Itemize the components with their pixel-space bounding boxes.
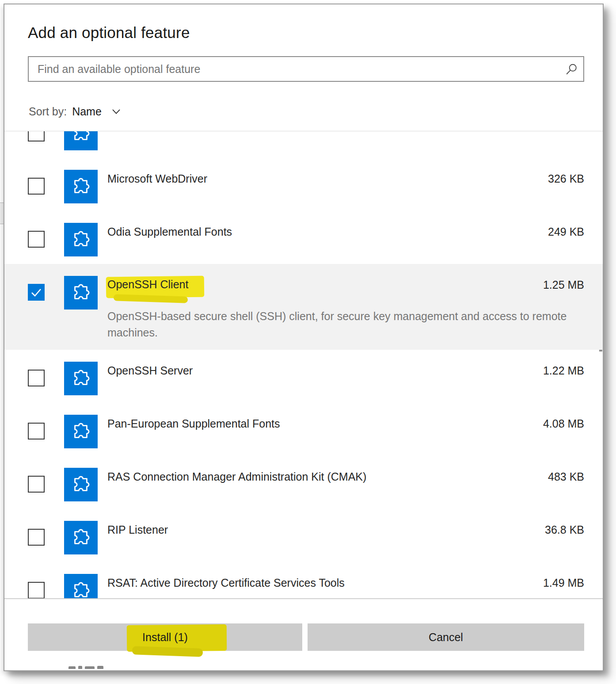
dialog-title: Add an optional feature	[28, 24, 190, 42]
feature-row[interactable]	[4, 131, 603, 170]
feature-checkbox[interactable]	[28, 284, 45, 301]
feature-name: OpenSSH Client	[107, 278, 188, 291]
puzzle-icon	[64, 362, 98, 395]
cancel-button-label: Cancel	[429, 631, 463, 644]
feature-row[interactable]: RSAT: Active Directory Certificate Servi…	[4, 574, 603, 599]
search-input[interactable]	[29, 57, 583, 81]
puzzle-icon	[64, 468, 98, 501]
sort-by-control[interactable]: Sort by:Name	[29, 105, 121, 118]
sort-by-label: Sort by:	[29, 105, 67, 118]
feature-checkbox[interactable]	[28, 423, 45, 439]
feature-checkbox[interactable]	[28, 131, 45, 141]
feature-size: 1.49 MB	[543, 577, 584, 589]
feature-row[interactable]: Pan-European Supplemental Fonts 4.08 MB	[4, 415, 603, 468]
puzzle-icon	[64, 223, 98, 256]
sort-by-value[interactable]: Name	[72, 105, 102, 118]
install-button-label: Install (1)	[142, 631, 188, 644]
puzzle-icon	[64, 415, 98, 448]
feature-name: Microsoft WebDriver	[107, 172, 207, 185]
feature-name: RAS Connection Manager Administration Ki…	[107, 470, 366, 483]
feature-name: RSAT: Active Directory Certificate Servi…	[107, 577, 345, 589]
feature-checkbox[interactable]	[28, 370, 45, 386]
feature-name: RIP Listener	[107, 524, 168, 536]
puzzle-icon	[64, 521, 98, 554]
feature-row[interactable]: RIP Listener 36.8 KB	[4, 521, 603, 574]
feature-description: OpenSSH-based secure shell (SSH) client,…	[107, 308, 569, 341]
puzzle-icon	[64, 170, 98, 203]
clipped-text-artifact	[68, 666, 103, 669]
puzzle-icon	[64, 574, 98, 599]
feature-checkbox[interactable]	[28, 178, 45, 195]
feature-row[interactable]: OpenSSH Client 1.25 MB OpenSSH-based sec…	[4, 264, 603, 350]
search-box[interactable]	[28, 56, 584, 82]
feature-size: 249 KB	[548, 225, 584, 238]
search-icon[interactable]	[565, 63, 578, 76]
feature-checkbox[interactable]	[28, 582, 45, 599]
feature-size: 1.25 MB	[543, 279, 584, 291]
feature-name: OpenSSH Server	[107, 364, 193, 377]
install-button[interactable]: Install (1)	[28, 623, 302, 651]
feature-size: 36.8 KB	[545, 524, 584, 536]
feature-name: Odia Supplemental Fonts	[107, 225, 232, 238]
feature-row[interactable]: Microsoft WebDriver 326 KB	[4, 170, 603, 223]
feature-checkbox[interactable]	[28, 476, 45, 493]
feature-size: 483 KB	[548, 470, 584, 483]
feature-size: 1.22 MB	[543, 364, 584, 377]
feature-checkbox[interactable]	[28, 529, 45, 546]
chevron-down-icon	[112, 109, 121, 115]
puzzle-icon	[64, 276, 98, 310]
feature-size: 4.08 MB	[543, 417, 584, 430]
feature-checkbox[interactable]	[28, 231, 45, 248]
checkmark-icon	[30, 286, 43, 299]
feature-row[interactable]: OpenSSH Server 1.22 MB	[4, 362, 603, 415]
cancel-button[interactable]: Cancel	[308, 623, 584, 651]
feature-row[interactable]: RAS Connection Manager Administration Ki…	[4, 468, 603, 521]
feature-list[interactable]: Microsoft WebDriver 326 KB Odia Suppleme…	[4, 131, 603, 599]
add-optional-feature-dialog: Add an optional feature Sort by:Name	[4, 4, 604, 671]
puzzle-icon	[64, 131, 98, 150]
feature-name: Pan-European Supplemental Fonts	[107, 417, 280, 430]
feature-size: 326 KB	[548, 172, 584, 185]
